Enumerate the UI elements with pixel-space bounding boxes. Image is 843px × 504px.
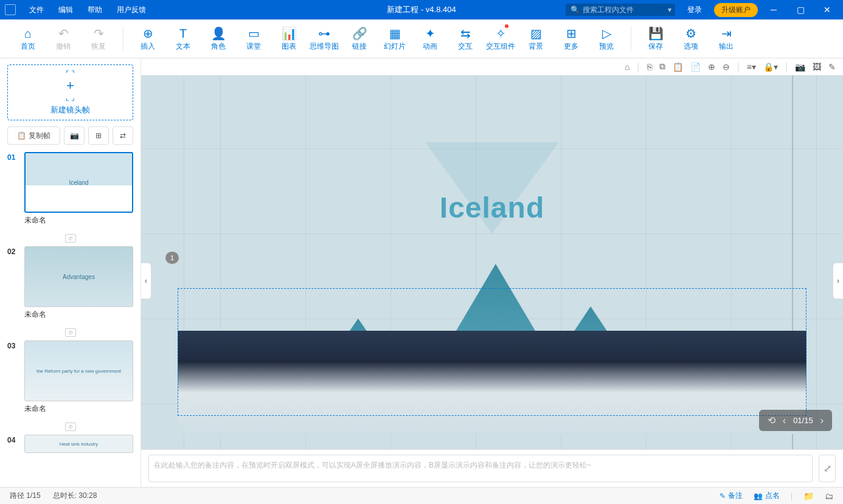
redo-icon: ↷: [94, 26, 104, 41]
copy-frame-button[interactable]: 📋 复制帧: [7, 126, 60, 145]
slide-thumb-02[interactable]: 02 Advantages 未命名: [7, 246, 133, 320]
text-button[interactable]: T文本: [166, 21, 200, 57]
search-box[interactable]: 🔍 ▾: [566, 4, 675, 16]
notes-panel: ⤢: [141, 449, 843, 487]
expand-notes-button[interactable]: ⤢: [819, 455, 836, 482]
right-collapse-tab[interactable]: ›: [833, 263, 843, 299]
undo-button[interactable]: ↶撤销: [46, 21, 80, 57]
chart-icon: 📊: [282, 26, 297, 41]
more-button[interactable]: ⊞更多: [554, 21, 588, 57]
rollcall-button[interactable]: 👥 点名: [754, 491, 780, 501]
search-input[interactable]: [583, 5, 668, 14]
link-icon: 🔗: [352, 26, 367, 41]
grid-icon: ⊞: [566, 26, 577, 41]
options-button[interactable]: ⚙选项: [674, 21, 708, 57]
mindmap-button[interactable]: ⊶思维导图: [307, 21, 341, 57]
preview-button[interactable]: ▷预览: [589, 21, 623, 57]
class-icon: ▭: [248, 26, 260, 41]
link-button[interactable]: 🔗链接: [342, 21, 376, 57]
minimize-button[interactable]: ─: [763, 5, 785, 15]
frame-number-badge[interactable]: 1: [165, 252, 179, 264]
menu-feedback[interactable]: 用户反馈: [109, 0, 153, 19]
interact-icon: ⇆: [460, 26, 471, 41]
bg-button[interactable]: ▨背景: [519, 21, 553, 57]
slide-thumb-01[interactable]: 01 Iceland 未命名: [7, 152, 133, 226]
menu-edit[interactable]: 编辑: [51, 0, 80, 19]
home-icon[interactable]: ⌂: [625, 62, 630, 72]
text-icon: T: [179, 26, 187, 41]
save-icon: 💾: [648, 26, 664, 41]
edit-icon[interactable]: ✎: [828, 62, 836, 72]
notes-textarea[interactable]: [148, 455, 813, 482]
slide-button[interactable]: ▦幻灯片: [378, 21, 412, 57]
window-title: 新建工程 - v4.8.404: [387, 4, 456, 15]
maximize-button[interactable]: ▢: [789, 5, 811, 15]
duplicate-icon[interactable]: ⧉: [659, 61, 665, 72]
anim-button[interactable]: ✦动画: [413, 21, 447, 57]
slide-thumb-04[interactable]: 04 Heat sink industry: [7, 435, 133, 453]
path-indicator: 路径 1/15: [10, 491, 41, 501]
undo-icon: ↶: [58, 26, 69, 41]
home-button[interactable]: ⌂首页: [11, 21, 45, 57]
close-button[interactable]: ✕: [816, 5, 838, 15]
align-icon[interactable]: ≡▾: [747, 62, 756, 72]
components-button[interactable]: ✧交互组件: [484, 21, 518, 57]
save-button[interactable]: 💾保存: [639, 21, 673, 57]
zoom-out-icon[interactable]: ⊖: [723, 62, 730, 72]
copy-icon[interactable]: ⎘: [647, 62, 652, 72]
timer-chip[interactable]: ⏱: [65, 423, 76, 431]
nav-prev-button[interactable]: ‹: [783, 415, 786, 426]
plus-circle-icon: ⊕: [143, 26, 153, 41]
login-link[interactable]: 登录: [680, 0, 709, 19]
chart-button[interactable]: 📊图表: [272, 21, 306, 57]
role-button[interactable]: 👤角色: [201, 21, 235, 57]
canvas[interactable]: Iceland 1 ‹ › ⟲ ‹ 01/15 ›: [141, 75, 843, 449]
timer-chip[interactable]: ⏱: [65, 234, 76, 243]
lock-icon[interactable]: 🔒▾: [763, 62, 778, 72]
mindmap-icon: ⊶: [318, 26, 330, 41]
left-collapse-tab[interactable]: ‹: [141, 263, 151, 299]
image-icon[interactable]: 🖼: [813, 62, 821, 72]
nav-back-button[interactable]: ⟲: [768, 415, 775, 426]
slide-thumb-03[interactable]: 03 the Reform party for a new government…: [7, 340, 133, 414]
canvas-tools: ⌂ | ⎘ ⧉ 📋 📄 ⊕ ⊖ | ≡▾ 🔒▾ | 📷 🖼 ✎: [141, 58, 843, 75]
export-icon: ⇥: [721, 26, 732, 41]
main-toolbar: ⌂首页 ↶撤销 ↷恢复 ⊕插入 T文本 👤角色 ▭课堂 📊图表 ⊶思维导图 🔗链…: [0, 19, 843, 58]
clipboard-icon[interactable]: 📄: [690, 62, 701, 72]
canvas-title[interactable]: Iceland: [440, 191, 544, 224]
sliders-icon: ⚙: [685, 26, 696, 41]
menu-file[interactable]: 文件: [22, 0, 51, 19]
home-icon: ⌂: [24, 26, 32, 41]
notes-toggle[interactable]: ✎ 备注: [720, 491, 743, 501]
interact-button[interactable]: ⇆交互: [448, 21, 482, 57]
output-button[interactable]: ⇥输出: [709, 21, 743, 57]
upgrade-button[interactable]: 升级账户: [714, 3, 758, 17]
play-icon: ▷: [602, 26, 611, 41]
settings-button[interactable]: ⇄: [113, 126, 133, 145]
search-icon: 🔍: [571, 5, 580, 14]
nav-counter: 01/15: [793, 416, 813, 425]
folder2-icon[interactable]: 🗂: [825, 491, 833, 501]
folder-icon[interactable]: 📁: [803, 491, 814, 501]
zoom-in-icon[interactable]: ⊕: [708, 62, 715, 72]
redo-button[interactable]: ↷恢复: [82, 21, 116, 57]
chevron-down-icon[interactable]: ▾: [668, 5, 671, 14]
canvas-area: ⌂ | ⎘ ⧉ 📋 📄 ⊕ ⊖ | ≡▾ 🔒▾ | 📷 🖼 ✎: [141, 58, 843, 487]
new-frame-button[interactable]: ⌜ ⌝ + ⌞ ⌟ 新建镜头帧: [7, 64, 133, 120]
menu-help[interactable]: 帮助: [80, 0, 109, 19]
camera-button[interactable]: 📷: [64, 126, 85, 145]
dark-band-graphic[interactable]: [178, 331, 807, 434]
title-bar: 文件 编辑 帮助 用户反馈 新建工程 - v4.8.404 🔍 ▾ 登录 升级账…: [0, 0, 843, 19]
slide-icon: ▦: [389, 26, 401, 41]
camera-icon[interactable]: 📷: [795, 62, 805, 72]
frame-nav: ⟲ ‹ 01/15 ›: [759, 410, 832, 431]
app-logo-icon: [5, 4, 16, 15]
components-icon: ✧: [496, 26, 506, 41]
timer-chip[interactable]: ⏱: [65, 328, 76, 337]
class-button[interactable]: ▭课堂: [237, 21, 271, 57]
insert-button[interactable]: ⊕插入: [131, 21, 165, 57]
qr-button[interactable]: ⊞: [88, 126, 109, 145]
paste-icon[interactable]: 📋: [673, 62, 683, 72]
nav-next-button[interactable]: ›: [820, 415, 824, 426]
slide-sidebar: ⌜ ⌝ + ⌞ ⌟ 新建镜头帧 📋 复制帧 📷 ⊞ ⇄ 01 Iceland 未…: [0, 58, 141, 487]
